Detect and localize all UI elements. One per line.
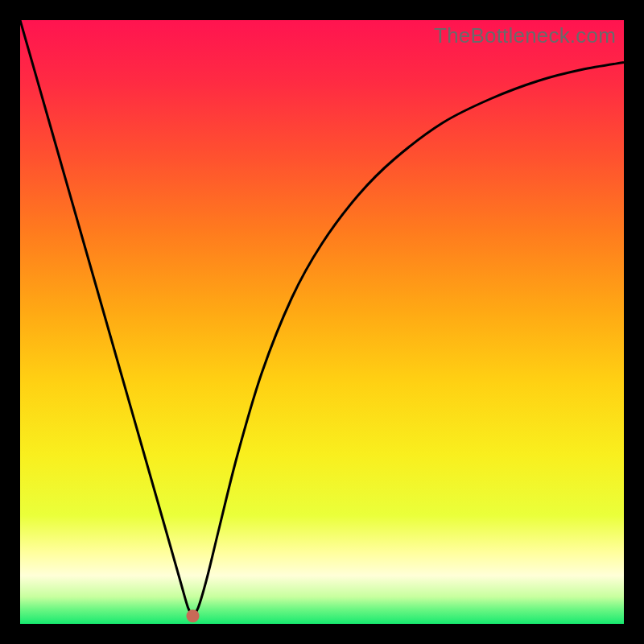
optimum-marker <box>187 609 200 622</box>
watermark-text: TheBottleneck.com <box>434 23 616 48</box>
chart-svg <box>20 20 624 624</box>
gradient-background <box>20 20 624 624</box>
chart-frame: TheBottleneck.com <box>20 20 624 624</box>
